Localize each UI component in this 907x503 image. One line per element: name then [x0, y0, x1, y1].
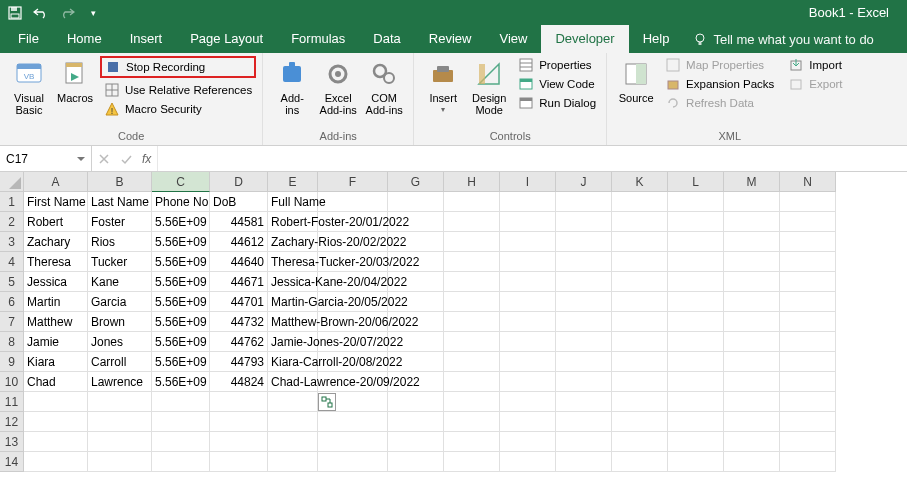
cell-D7[interactable]: 44732	[210, 312, 268, 332]
cell-C14[interactable]	[152, 452, 210, 472]
cell-J2[interactable]	[556, 212, 612, 232]
cell-K1[interactable]	[612, 192, 668, 212]
col-header-G[interactable]: G	[388, 172, 444, 192]
cell-H8[interactable]	[444, 332, 500, 352]
cell-L8[interactable]	[668, 332, 724, 352]
cell-M7[interactable]	[724, 312, 780, 332]
cell-J3[interactable]	[556, 232, 612, 252]
cell-E8[interactable]: Jamie-Jones-20/07/2022	[268, 332, 318, 352]
cell-N7[interactable]	[780, 312, 836, 332]
cell-M11[interactable]	[724, 392, 780, 412]
cell-G11[interactable]	[388, 392, 444, 412]
cell-M8[interactable]	[724, 332, 780, 352]
tell-me-search[interactable]: Tell me what you want to do	[693, 32, 873, 53]
cell-A11[interactable]	[24, 392, 88, 412]
cell-B14[interactable]	[88, 452, 152, 472]
cell-M4[interactable]	[724, 252, 780, 272]
source-button[interactable]: Source	[613, 56, 659, 129]
cell-A8[interactable]: Jamie	[24, 332, 88, 352]
cell-D14[interactable]	[210, 452, 268, 472]
cell-I8[interactable]	[500, 332, 556, 352]
grid-body[interactable]: 1First NameLast NamePhone NoDoBFull Name…	[0, 192, 907, 472]
tab-developer[interactable]: Developer	[541, 25, 628, 53]
row-header-12[interactable]: 12	[0, 412, 24, 432]
tab-view[interactable]: View	[485, 25, 541, 53]
cell-J11[interactable]	[556, 392, 612, 412]
tab-file[interactable]: File	[4, 25, 53, 53]
cell-E10[interactable]: Chad-Lawrence-20/09/2022	[268, 372, 318, 392]
autofill-options-icon[interactable]	[318, 393, 336, 411]
tab-formulas[interactable]: Formulas	[277, 25, 359, 53]
cell-H3[interactable]	[444, 232, 500, 252]
cell-H14[interactable]	[444, 452, 500, 472]
col-header-M[interactable]: M	[724, 172, 780, 192]
cell-F12[interactable]	[318, 412, 388, 432]
cell-K7[interactable]	[612, 312, 668, 332]
cell-E3[interactable]: Zachary-Rios-20/02/2022	[268, 232, 318, 252]
cell-I12[interactable]	[500, 412, 556, 432]
cell-A3[interactable]: Zachary	[24, 232, 88, 252]
cell-B9[interactable]: Carroll	[88, 352, 152, 372]
cell-D9[interactable]: 44793	[210, 352, 268, 372]
save-icon[interactable]	[6, 4, 24, 22]
cell-K13[interactable]	[612, 432, 668, 452]
row-header-11[interactable]: 11	[0, 392, 24, 412]
row-header-6[interactable]: 6	[0, 292, 24, 312]
cell-L12[interactable]	[668, 412, 724, 432]
cell-I3[interactable]	[500, 232, 556, 252]
row-header-10[interactable]: 10	[0, 372, 24, 392]
cell-H7[interactable]	[444, 312, 500, 332]
cell-M10[interactable]	[724, 372, 780, 392]
cell-C9[interactable]: 5.56E+09	[152, 352, 210, 372]
col-header-D[interactable]: D	[210, 172, 268, 192]
cell-J10[interactable]	[556, 372, 612, 392]
cell-J14[interactable]	[556, 452, 612, 472]
cell-B2[interactable]: Foster	[88, 212, 152, 232]
cell-K14[interactable]	[612, 452, 668, 472]
cell-M3[interactable]	[724, 232, 780, 252]
cell-A9[interactable]: Kiara	[24, 352, 88, 372]
cell-M6[interactable]	[724, 292, 780, 312]
cell-F1[interactable]	[318, 192, 388, 212]
cell-A2[interactable]: Robert	[24, 212, 88, 232]
cell-J12[interactable]	[556, 412, 612, 432]
col-header-H[interactable]: H	[444, 172, 500, 192]
cell-B11[interactable]	[88, 392, 152, 412]
cell-N2[interactable]	[780, 212, 836, 232]
cell-L4[interactable]	[668, 252, 724, 272]
cell-M12[interactable]	[724, 412, 780, 432]
cell-A12[interactable]	[24, 412, 88, 432]
view-code-button[interactable]: View Code	[514, 75, 600, 93]
cell-K8[interactable]	[612, 332, 668, 352]
cell-F14[interactable]	[318, 452, 388, 472]
formula-input[interactable]	[158, 146, 907, 171]
cell-J9[interactable]	[556, 352, 612, 372]
cell-E2[interactable]: Robert-Foster-20/01/2022	[268, 212, 318, 232]
cell-D2[interactable]: 44581	[210, 212, 268, 232]
cell-E1[interactable]: Full Name	[268, 192, 318, 212]
cell-K9[interactable]	[612, 352, 668, 372]
cell-J1[interactable]	[556, 192, 612, 212]
tab-page-layout[interactable]: Page Layout	[176, 25, 277, 53]
cell-H12[interactable]	[444, 412, 500, 432]
redo-icon[interactable]	[58, 4, 76, 22]
cell-H2[interactable]	[444, 212, 500, 232]
cell-A5[interactable]: Jessica	[24, 272, 88, 292]
cell-E7[interactable]: Matthew-Brown-20/06/2022	[268, 312, 318, 332]
cell-A7[interactable]: Matthew	[24, 312, 88, 332]
cell-N12[interactable]	[780, 412, 836, 432]
cell-B5[interactable]: Kane	[88, 272, 152, 292]
cell-D4[interactable]: 44640	[210, 252, 268, 272]
cell-I14[interactable]	[500, 452, 556, 472]
cell-C2[interactable]: 5.56E+09	[152, 212, 210, 232]
col-header-L[interactable]: L	[668, 172, 724, 192]
cell-K11[interactable]	[612, 392, 668, 412]
cell-N1[interactable]	[780, 192, 836, 212]
tab-insert[interactable]: Insert	[116, 25, 177, 53]
cell-I5[interactable]	[500, 272, 556, 292]
col-header-A[interactable]: A	[24, 172, 88, 192]
cell-D13[interactable]	[210, 432, 268, 452]
undo-icon[interactable]	[32, 4, 50, 22]
expansion-packs-button[interactable]: Expansion Packs	[661, 75, 778, 93]
cell-N13[interactable]	[780, 432, 836, 452]
